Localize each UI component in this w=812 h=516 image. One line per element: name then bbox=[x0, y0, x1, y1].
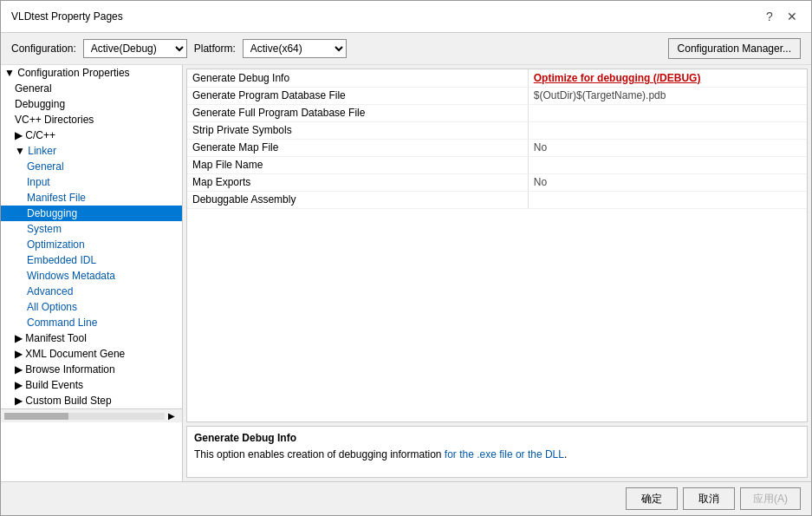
tree-link-linker-windows-metadata: Windows Metadata bbox=[27, 270, 115, 282]
props-table-area: Generate Debug InfoOptimize for debuggin… bbox=[186, 69, 808, 422]
prop-row-0[interactable]: Generate Debug InfoOptimize for debuggin… bbox=[187, 69, 807, 87]
prop-name-1: Generate Program Database File bbox=[187, 87, 528, 104]
tree-item-debugging-top[interactable]: Debugging bbox=[1, 96, 182, 112]
tree-item-config-props[interactable]: ▼ Configuration Properties bbox=[1, 65, 182, 81]
prop-name-5: Map File Name bbox=[187, 156, 528, 173]
tree-item-linker-command-line[interactable]: Command Line bbox=[1, 315, 182, 330]
prop-row-3[interactable]: Strip Private Symbols bbox=[187, 121, 807, 139]
tree-link-linker-input: Input bbox=[27, 176, 50, 188]
tree-link-linker-all-options: All Options bbox=[27, 301, 77, 313]
prop-row-4[interactable]: Generate Map FileNo bbox=[187, 139, 807, 156]
tree-scrollbar-area: ▶ bbox=[1, 408, 182, 422]
tree-item-vc-dirs[interactable]: VC++ Directories bbox=[1, 112, 182, 127]
tree-link-linker-manifest: Manifest File bbox=[27, 192, 86, 204]
prop-row-1[interactable]: Generate Program Database File$(OutDir)$… bbox=[187, 87, 807, 104]
tree-item-linker-windows-metadata[interactable]: Windows Metadata bbox=[1, 268, 182, 284]
prop-name-3: Strip Private Symbols bbox=[187, 121, 528, 139]
tree-item-linker-optimization[interactable]: Optimization bbox=[1, 237, 182, 252]
prop-value-3 bbox=[528, 121, 807, 139]
tree-item-xml-doc[interactable]: ▶ XML Document Gene bbox=[1, 346, 182, 362]
tree-item-linker-all-options[interactable]: All Options bbox=[1, 299, 182, 315]
tree-panel: ▼ Configuration PropertiesGeneralDebuggi… bbox=[1, 65, 183, 481]
tree-link-linker-command-line: Command Line bbox=[27, 317, 97, 329]
config-label: Configuration: bbox=[11, 42, 76, 55]
title-bar: VLDtest Property Pages ? ✕ bbox=[1, 1, 811, 33]
prop-value-6: No bbox=[528, 173, 807, 191]
tree-item-linker-input[interactable]: Input bbox=[1, 174, 182, 190]
prop-name-6: Map Exports bbox=[187, 173, 528, 191]
prop-value-1: $(OutDir)$(TargetName).pdb bbox=[528, 87, 807, 104]
apply-button[interactable]: 应用(A) bbox=[740, 487, 801, 510]
help-button[interactable]: ? bbox=[761, 8, 778, 25]
tree-item-linker-debugging[interactable]: Debugging bbox=[1, 206, 182, 221]
props-table: Generate Debug InfoOptimize for debuggin… bbox=[187, 69, 807, 209]
props-panel: Generate Debug InfoOptimize for debuggin… bbox=[183, 65, 811, 481]
configuration-manager-button[interactable]: Configuration Manager... bbox=[668, 38, 801, 59]
prop-name-0: Generate Debug Info bbox=[187, 69, 528, 87]
tree-item-custom-build[interactable]: ▶ Custom Build Step bbox=[1, 393, 182, 408]
title-bar-buttons: ? ✕ bbox=[761, 8, 801, 25]
cancel-button[interactable]: 取消 bbox=[683, 487, 735, 510]
dialog-window: VLDtest Property Pages ? ✕ Configuration… bbox=[0, 0, 812, 516]
desc-text-before: This option enables creation of debuggin… bbox=[194, 448, 445, 460]
tree-item-linker-system[interactable]: System bbox=[1, 221, 182, 237]
tree-item-linker-manifest[interactable]: Manifest File bbox=[1, 190, 182, 206]
highlighted-value: Optimize for debugging (/DEBUG) bbox=[534, 72, 701, 84]
tree-link-linker-general: General bbox=[27, 160, 64, 173]
prop-name-7: Debuggable Assembly bbox=[187, 191, 528, 208]
desc-title: Generate Debug Info bbox=[194, 432, 800, 444]
prop-name-4: Generate Map File bbox=[187, 139, 528, 156]
tree-item-linker-advanced[interactable]: Advanced bbox=[1, 284, 182, 299]
tree-item-cpp[interactable]: ▶ C/C++ bbox=[1, 127, 182, 143]
window-title: VLDtest Property Pages bbox=[11, 10, 123, 23]
tree-link-linker: Linker bbox=[28, 145, 56, 157]
desc-text-highlight: for the .exe file or the DLL bbox=[445, 448, 564, 460]
prop-value-0: Optimize for debugging (/DEBUG) bbox=[528, 69, 807, 87]
tree-item-manifest-tool[interactable]: ▶ Manifest Tool bbox=[1, 330, 182, 346]
desc-text: This option enables creation of debuggin… bbox=[194, 447, 800, 462]
prop-name-2: Generate Full Program Database File bbox=[187, 104, 528, 121]
prop-value-7 bbox=[528, 191, 807, 208]
tree-item-linker[interactable]: ▼ Linker bbox=[1, 143, 182, 159]
tree-link-linker-embedded-idl: Embedded IDL bbox=[27, 254, 96, 266]
close-button[interactable]: ✕ bbox=[783, 8, 801, 25]
platform-select[interactable]: Active(x64) bbox=[243, 39, 347, 58]
tree-item-browse-info[interactable]: ▶ Browse Information bbox=[1, 362, 182, 377]
prop-value-2 bbox=[528, 104, 807, 121]
prop-value-5 bbox=[528, 156, 807, 173]
prop-value-4: No bbox=[528, 139, 807, 156]
platform-label: Platform: bbox=[194, 42, 236, 55]
tree-container: ▼ Configuration PropertiesGeneralDebuggi… bbox=[1, 65, 182, 408]
tree-horizontal-scrollbar[interactable] bbox=[4, 413, 165, 420]
tree-item-linker-embedded-idl[interactable]: Embedded IDL bbox=[1, 252, 182, 268]
tree-item-general[interactable]: General bbox=[1, 81, 182, 96]
bottom-bar: 确定 取消 应用(A) bbox=[1, 481, 811, 515]
tree-link-linker-advanced: Advanced bbox=[27, 285, 73, 297]
desc-text-after: . bbox=[564, 448, 567, 460]
tree-item-build-events[interactable]: ▶ Build Events bbox=[1, 377, 182, 393]
tree-item-linker-general[interactable]: General bbox=[1, 159, 182, 174]
prop-row-7[interactable]: Debuggable Assembly bbox=[187, 191, 807, 208]
tree-link-linker-system: System bbox=[27, 223, 62, 235]
scroll-right-icon[interactable]: ▶ bbox=[165, 411, 179, 421]
prop-row-5[interactable]: Map File Name bbox=[187, 156, 807, 173]
config-select[interactable]: Active(Debug) bbox=[83, 39, 187, 58]
tree-scrollbar-thumb[interactable] bbox=[4, 413, 68, 420]
prop-row-6[interactable]: Map ExportsNo bbox=[187, 173, 807, 191]
main-area: ▼ Configuration PropertiesGeneralDebuggi… bbox=[1, 65, 811, 481]
tree-link-linker-optimization: Optimization bbox=[27, 238, 85, 251]
ok-button[interactable]: 确定 bbox=[626, 487, 678, 510]
config-row: Configuration: Active(Debug) Platform: A… bbox=[1, 33, 811, 65]
desc-panel: Generate Debug Info This option enables … bbox=[186, 426, 808, 478]
prop-row-2[interactable]: Generate Full Program Database File bbox=[187, 104, 807, 121]
